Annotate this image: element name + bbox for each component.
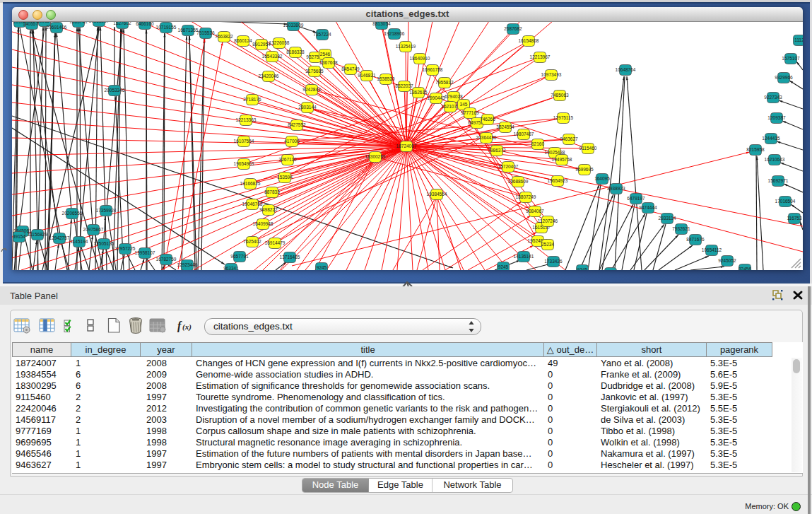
svg-text:116753: 116753 [787, 216, 802, 221]
svg-text:19218906: 19218906 [384, 31, 405, 36]
svg-text:9245: 9245 [498, 264, 509, 269]
svg-text:19495758: 19495758 [552, 157, 572, 162]
svg-text:9777169: 9777169 [461, 110, 479, 115]
svg-text:10807487: 10807487 [514, 132, 534, 136]
svg-text:746266: 746266 [480, 117, 495, 122]
svg-text:9245: 9245 [577, 267, 588, 270]
svg-text:14136141: 14136141 [514, 254, 534, 259]
svg-text:16107554: 16107554 [234, 139, 254, 144]
svg-text:25234: 25234 [541, 242, 554, 247]
svg-text:10688609: 10688609 [508, 179, 529, 184]
svg-text:16914479: 16914479 [265, 240, 286, 245]
svg-text:417006: 417006 [284, 139, 300, 144]
svg-text:9329966: 9329966 [775, 75, 793, 80]
svg-text:16154808: 16154808 [519, 38, 539, 43]
svg-text:7986372: 7986372 [488, 148, 506, 153]
svg-text:3824554: 3824554 [496, 124, 514, 129]
svg-text:18640910: 18640910 [410, 56, 430, 61]
svg-text:9463627: 9463627 [560, 136, 578, 141]
svg-text:8322037: 8322037 [395, 83, 413, 88]
svg-text:9657791: 9657791 [230, 254, 249, 259]
svg-text:19384554: 19384554 [427, 192, 447, 197]
svg-text:16409948: 16409948 [253, 221, 273, 226]
svg-text:9242843: 9242843 [302, 87, 321, 92]
svg-text:10973493: 10973493 [541, 72, 562, 77]
svg-text:8471676: 8471676 [686, 237, 705, 242]
svg-text:2718176: 2718176 [243, 97, 261, 102]
svg-text:9474444: 9474444 [639, 205, 657, 210]
svg-text:11325419: 11325419 [396, 44, 416, 49]
svg-text:2933114: 2933114 [659, 216, 676, 221]
svg-text:19654923: 19654923 [548, 178, 568, 183]
svg-text:12213363: 12213363 [236, 117, 257, 122]
svg-text:6479197: 6479197 [627, 196, 645, 201]
svg-text:16210643: 16210643 [765, 157, 785, 162]
svg-text:82456: 82456 [739, 267, 751, 270]
svg-text:9227343: 9227343 [764, 95, 782, 100]
svg-text:963341: 963341 [223, 266, 239, 270]
svg-text:7357224: 7357224 [313, 32, 331, 37]
svg-text:6794028: 6794028 [445, 94, 463, 99]
svg-text:8427552: 8427552 [288, 122, 306, 127]
svg-text:1990443: 1990443 [427, 95, 445, 100]
svg-text:19654963: 19654963 [234, 161, 254, 166]
svg-text:18807249: 18807249 [516, 194, 536, 199]
svg-text:62160: 62160 [531, 141, 544, 146]
svg-text:16033809: 16033809 [283, 23, 304, 28]
svg-text:16543382: 16543382 [262, 54, 283, 59]
svg-text:17016504: 17016504 [775, 199, 796, 204]
svg-text:887833: 887833 [264, 189, 280, 194]
svg-text:10025438: 10025438 [545, 150, 565, 155]
svg-text:8912954: 8912954 [252, 42, 271, 47]
svg-text:7663822: 7663822 [215, 34, 233, 39]
svg-text:8454749: 8454749 [341, 66, 360, 71]
svg-text:164095: 164095 [594, 176, 610, 181]
svg-text:12213967: 12213967 [530, 54, 551, 59]
svg-text:9245: 9245 [317, 265, 327, 270]
svg-text:12975115: 12975115 [553, 115, 574, 120]
svg-text:8186328: 8186328 [286, 49, 305, 54]
svg-text:1538520: 1538520 [377, 76, 395, 81]
svg-text:13226058: 13226058 [269, 40, 290, 45]
svg-text:1362615: 1362615 [409, 90, 428, 95]
svg-text:11207246: 11207246 [538, 218, 558, 223]
svg-text:(x): (x) [182, 322, 192, 332]
svg-text:1621072: 1621072 [441, 104, 459, 109]
svg-text:18724007: 18724007 [396, 144, 417, 148]
svg-text:15692971: 15692971 [768, 178, 789, 183]
svg-text:f: f [177, 320, 182, 332]
svg-text:10046768: 10046768 [242, 201, 263, 206]
svg-text:1733426: 1733426 [544, 259, 563, 264]
svg-text:1244415: 1244415 [762, 136, 780, 141]
svg-text:7485063: 7485063 [551, 93, 569, 98]
svg-text:2687682: 2687682 [504, 26, 522, 31]
svg-text:3267110: 3267110 [279, 157, 297, 162]
svg-text:9146821: 9146821 [358, 73, 376, 78]
svg-text:1209387: 1209387 [767, 115, 786, 120]
svg-text:2546: 2546 [320, 52, 331, 57]
svg-text:8813054: 8813054 [372, 22, 391, 26]
svg-text:16961758: 16961758 [423, 67, 443, 72]
svg-text:9699695: 9699695 [575, 167, 594, 172]
svg-text:345: 345 [460, 102, 468, 107]
svg-text:153594: 153594 [277, 175, 293, 180]
svg-text:2803144: 2803144 [298, 105, 317, 110]
svg-text:13716485: 13716485 [280, 255, 300, 259]
svg-text:1575107: 1575107 [782, 56, 800, 61]
svg-text:9498222: 9498222 [259, 207, 278, 212]
svg-text:1112: 1112 [794, 37, 803, 42]
svg-text:15720407: 15720407 [498, 164, 519, 169]
svg-text:8215958: 8215958 [746, 147, 765, 152]
svg-text:18300295: 18300295 [365, 154, 386, 159]
svg-text:10648764: 10648764 [616, 67, 636, 72]
svg-text:10654112: 10654112 [702, 247, 722, 252]
svg-text:8660124: 8660124 [234, 38, 252, 43]
svg-text:3175685: 3175685 [305, 69, 324, 74]
svg-text:9245052: 9245052 [718, 258, 736, 263]
svg-text:2367608: 2367608 [319, 60, 338, 65]
svg-text:9115460: 9115460 [579, 146, 597, 151]
svg-text:7955812: 7955812 [435, 80, 454, 85]
svg-text:19166825: 19166825 [240, 181, 261, 186]
svg-text:7932621: 7932621 [672, 226, 690, 231]
svg-text:20364436: 20364436 [476, 135, 497, 140]
